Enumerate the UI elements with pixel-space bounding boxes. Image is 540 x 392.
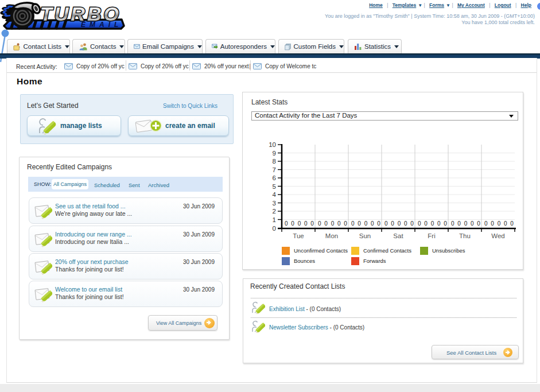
svg-text:10: 10 (269, 141, 276, 148)
svg-text:2: 2 (273, 208, 276, 215)
svg-text:TURBO: TURBO (40, 3, 121, 25)
svg-text:0 0 0 0 0: 0 0 0 0 0 (418, 220, 448, 227)
svg-text:Sun: Sun (359, 232, 371, 239)
svg-text:0 0 0 0 0: 0 0 0 0 0 (484, 220, 514, 227)
svg-text:0 0 0 0 0: 0 0 0 0 0 (285, 220, 314, 227)
svg-text:6: 6 (273, 174, 276, 181)
svg-text:5: 5 (273, 183, 276, 190)
svg-text:1: 1 (273, 216, 276, 223)
svg-text:0 0 0 0 0: 0 0 0 0 0 (351, 220, 381, 227)
svg-text:Fri: Fri (428, 232, 435, 239)
svg-text:4: 4 (273, 191, 277, 198)
svg-text:8: 8 (273, 158, 276, 165)
svg-text:0 0 0 0 0: 0 0 0 0 0 (451, 220, 481, 227)
svg-text:Sat: Sat (393, 232, 403, 239)
svg-text:Tue: Tue (293, 232, 304, 239)
svg-text:3: 3 (273, 200, 276, 207)
svg-text:0 0 0 0 0: 0 0 0 0 0 (318, 220, 348, 227)
svg-text:Thu: Thu (459, 232, 471, 239)
svg-text:0 0 0 0 0: 0 0 0 0 0 (384, 220, 414, 227)
svg-text:9: 9 (273, 150, 276, 157)
svg-text:0: 0 (273, 225, 276, 232)
svg-text:7: 7 (273, 166, 276, 173)
svg-text:Mon: Mon (325, 232, 338, 239)
svg-text:Wed: Wed (491, 232, 504, 239)
